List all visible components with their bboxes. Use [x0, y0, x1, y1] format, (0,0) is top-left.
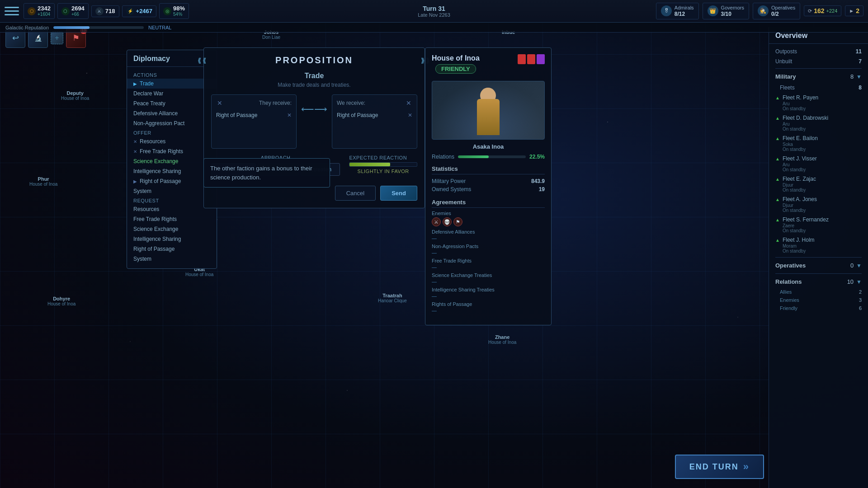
flag-block-2 — [527, 54, 535, 64]
overview-row-outposts[interactable]: Outposts 11 — [769, 47, 868, 56]
action-icon: ► — [849, 8, 854, 14]
enemy-icon-0: ⚔ — [432, 217, 441, 226]
resource-energy[interactable]: ⚡ +2467 — [122, 5, 157, 17]
turn-display: Turn 31 Late Nov 2263 — [418, 5, 450, 18]
agreements-section: Agreements Enemies ⚔ 💀 ⚑ Defensive Allia… — [432, 199, 545, 313]
intelligence-sharing-category: Intelligence Sharing Treaties — — [432, 287, 545, 299]
fleet-item-4[interactable]: ▲ Fleet E. Zajac Djuur On standby — [769, 174, 868, 194]
house-panel: House of Inoa FRIENDLY Asaka Inoa Relati… — [425, 47, 552, 325]
we-receive-column: We receive: ✕ Right of Passage ✕ — [332, 94, 417, 149]
overview-relations-expandable[interactable]: Relations 10 ▼ — [769, 276, 868, 288]
fleet-item-6[interactable]: ▲ Fleet S. Fernandez Zaere On standby — [769, 215, 868, 235]
resource-food[interactable]: ⬡ 2694 +66 — [57, 3, 89, 19]
menu-button[interactable] — [5, 4, 19, 19]
we-receive-remove-0[interactable]: ✕ — [408, 112, 412, 118]
house-flag — [518, 54, 545, 64]
fleet-name-0: ▲ Fleet R. Payen — [775, 94, 862, 101]
overview-panel: Overview Outposts 11 Unbuilt 7 Military … — [769, 27, 868, 488]
admirals-info: Admirals 8/12 — [675, 5, 694, 18]
overview-operatives-row[interactable]: Operatives 0 ▼ — [769, 259, 868, 272]
free-trade-offer-x: ✕ — [133, 149, 137, 154]
operatives-expand-arrow: ▼ — [856, 263, 862, 269]
we-receive-close[interactable]: ✕ — [405, 99, 412, 107]
portrait-body — [477, 99, 500, 135]
right-passage-offer-arrow: ▶ — [133, 179, 137, 184]
fleet-status-icon-5: ▲ — [775, 197, 780, 202]
fleet-status-icon-1: ▲ — [775, 116, 780, 121]
they-receive-remove-0[interactable]: ✕ — [287, 112, 292, 118]
statistics-title: Statistics — [432, 165, 545, 174]
overview-friendly-row[interactable]: Friendly 6 — [769, 304, 868, 312]
galactic-value: NEUTRAL — [148, 25, 171, 30]
approval-values: 98% 54% — [173, 5, 185, 18]
fleet-item-7[interactable]: ▲ Fleet J. Holm Moram On standby — [769, 235, 868, 255]
overview-divider-3 — [775, 273, 862, 274]
relations-expand-arrow: ▼ — [856, 279, 862, 285]
fleet-item-0[interactable]: ▲ Fleet R. Payen Aru On standby — [769, 93, 868, 113]
credits-values: 2342 +1604 — [38, 5, 51, 18]
fleet-item-3[interactable]: ▲ Fleet J. Visser Aru On standby — [769, 154, 868, 174]
science-exchange-category: Science Exchange Treaties — — [432, 272, 545, 284]
overview-allies-row[interactable]: Allies 2 — [769, 288, 868, 296]
resource-military[interactable]: ⚔ 718 — [91, 5, 119, 17]
resources-offer-x: ✕ — [133, 139, 137, 144]
galactic-bar: Galactic Reputation NEUTRAL — [0, 23, 868, 33]
add-action-button[interactable]: + — [51, 32, 63, 44]
stat-owned-systems: Owned Systems 19 — [432, 185, 545, 193]
fleet-name-2: ▲ Fleet E. Bailon — [775, 135, 862, 141]
end-turn-button[interactable]: END TURN » — [675, 455, 764, 479]
fleet-status-icon-4: ▲ — [775, 177, 780, 182]
overview-row-unbuilt[interactable]: Unbuilt 7 — [769, 56, 868, 66]
flag-block-3 — [537, 54, 545, 64]
diplomacy-item-system-request[interactable]: System — [127, 254, 217, 264]
operatives-icon: 🕵 — [758, 5, 769, 16]
admirals-stat[interactable]: 🎖 Admirals 8/12 — [656, 3, 699, 20]
overview-title: Overview — [769, 32, 868, 44]
energy-values: +2467 — [136, 8, 153, 15]
house-leader-name: Asaka Inoa — [432, 143, 545, 150]
overview-enemies-row[interactable]: Enemies 3 — [769, 296, 868, 304]
we-receive-header: We receive: ✕ — [337, 99, 412, 107]
resources-bar: ⬡ 2342 +1604 ⬡ 2694 +66 ⚔ 718 ⚡ +2467 — [24, 3, 656, 19]
end-turn-arrow: » — [743, 461, 750, 473]
cancel-button[interactable]: Cancel — [335, 186, 376, 201]
overview-fleets-row[interactable]: Fleets 8 — [769, 83, 868, 93]
fleet-name-7: ▲ Fleet J. Holm — [775, 237, 862, 243]
relations-bar: Relations 22.5% — [432, 154, 545, 160]
agreements-title: Agreements — [432, 199, 545, 208]
resource-credits[interactable]: ⬡ 2342 +1604 — [24, 3, 55, 19]
overview-divider-1 — [775, 68, 862, 69]
house-portrait — [432, 81, 545, 140]
expected-reaction-header: Expected Reaction — [349, 155, 417, 160]
fleet-status-icon-7: ▲ — [775, 238, 780, 243]
they-receive-column: ✕ They receive: Right of Passage ✕ — [211, 94, 297, 149]
resource-approval[interactable]: ◎ 98% 54% — [159, 3, 189, 19]
governors-icon: 👑 — [708, 5, 718, 16]
send-button[interactable]: Send — [380, 186, 417, 201]
diplomacy-item-free-trade-request[interactable]: Free Trade Rights — [127, 214, 217, 224]
diplomacy-item-right-of-passage-request[interactable]: Right of Passage — [127, 244, 217, 254]
food-values: 2694 +66 — [71, 5, 85, 18]
fleet-item-5[interactable]: ▲ Fleet A. Jones Djuur On standby — [769, 194, 868, 215]
energy-icon: ⚡ — [126, 7, 134, 15]
house-status-badge: FRIENDLY — [435, 64, 476, 74]
diplomacy-item-science-exchange-request[interactable]: Science Exchange — [127, 224, 217, 234]
military-expand-arrow: ▼ — [856, 74, 862, 80]
fleet-name-5: ▲ Fleet A. Jones — [775, 196, 862, 202]
actions-indicator: ► 2 — [845, 5, 863, 16]
fleet-item-2[interactable]: ▲ Fleet E. Bailon Soka On standby — [769, 133, 868, 154]
governors-stat[interactable]: 👑 Governors 3/10 — [703, 3, 749, 20]
diplomacy-item-intelligence-request[interactable]: Intelligence Sharing — [127, 234, 217, 244]
fleets-list: ▲ Fleet R. Payen Aru On standby ▲ Fleet … — [769, 93, 868, 255]
overview-military-expandable[interactable]: Military 8 ▼ — [769, 70, 868, 83]
they-receive-item-0: Right of Passage ✕ — [216, 110, 292, 120]
reaction-bar-fill — [349, 163, 390, 166]
galactic-bar-fill — [53, 26, 90, 29]
fleet-status-icon-3: ▲ — [775, 156, 780, 161]
proposition-header: PROPOSITION — [211, 55, 417, 66]
they-receive-close[interactable]: ✕ — [216, 99, 223, 107]
relations-bar-inner — [458, 155, 526, 158]
operatives-stat[interactable]: 🕵 Operatives 0/2 — [753, 3, 800, 20]
fleet-item-1[interactable]: ▲ Fleet D. Dabrowski Aru On standby — [769, 113, 868, 133]
we-receive-item-0: Right of Passage ✕ — [337, 110, 412, 120]
